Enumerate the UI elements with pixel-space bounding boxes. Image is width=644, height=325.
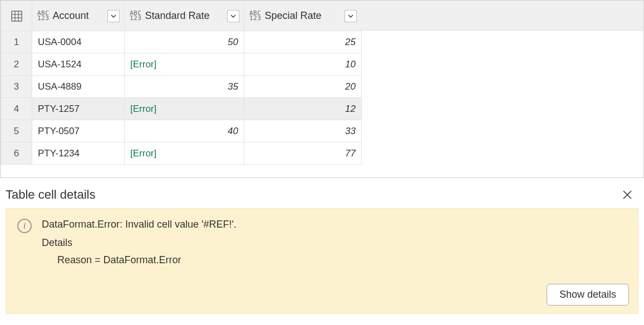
cell-standard-rate[interactable]: 50 <box>125 31 244 53</box>
select-all-corner[interactable] <box>1 1 32 31</box>
row-number[interactable]: 5 <box>1 120 32 142</box>
close-icon <box>622 190 632 200</box>
filter-button-standard-rate[interactable] <box>227 10 239 22</box>
table-row[interactable]: 6PTY-1234[Error]77 <box>1 142 362 165</box>
chevron-down-icon <box>230 13 236 19</box>
row-number[interactable]: 1 <box>1 31 32 53</box>
cell-special-rate[interactable]: 10 <box>244 53 362 76</box>
close-button[interactable] <box>620 187 635 203</box>
cell-special-rate[interactable]: 20 <box>244 76 362 98</box>
table-row[interactable]: 2USA-1524[Error]10 <box>1 53 362 76</box>
column-header-account[interactable]: ABC 123 Account <box>32 1 125 31</box>
cell-error[interactable]: [Error] <box>125 98 244 120</box>
table-icon <box>11 10 23 22</box>
column-label: Standard Rate <box>145 10 224 22</box>
cell-account[interactable]: USA-4889 <box>32 76 125 98</box>
cell-error[interactable]: [Error] <box>125 53 244 76</box>
datatype-any-icon: ABC 123 <box>249 11 262 21</box>
cell-special-rate[interactable]: 12 <box>244 98 362 120</box>
chevron-down-icon <box>111 13 116 19</box>
cell-details-panel: Table cell details i DataFormat.Error: I… <box>0 178 644 319</box>
details-reason: Reason = DataFormat.Error <box>42 254 237 266</box>
cell-account[interactable]: USA-0004 <box>32 31 125 53</box>
cell-account[interactable]: USA-1524 <box>32 53 125 76</box>
cell-account[interactable]: PTY-1257 <box>32 98 125 120</box>
cell-account[interactable]: PTY-0507 <box>32 120 125 142</box>
row-number[interactable]: 6 <box>1 142 32 165</box>
cell-standard-rate[interactable]: 40 <box>125 120 244 142</box>
column-header-standard-rate[interactable]: ABC 123 Standard Rate <box>125 1 244 31</box>
error-message: DataFormat.Error: Invalid cell value '#R… <box>42 219 237 230</box>
column-header-special-rate[interactable]: ABC 123 Special Rate <box>244 1 362 31</box>
table-row[interactable]: 3USA-48893520 <box>1 76 362 98</box>
svg-rect-0 <box>12 11 22 21</box>
cell-account[interactable]: PTY-1234 <box>32 142 125 165</box>
info-banner: i DataFormat.Error: Invalid cell value '… <box>6 208 638 314</box>
row-number[interactable]: 3 <box>1 76 32 98</box>
table-row[interactable]: 1USA-00045025 <box>1 31 362 53</box>
column-label: Account <box>52 10 105 22</box>
filter-button-special-rate[interactable] <box>345 10 357 22</box>
datatype-any-icon: ABC 123 <box>129 11 142 21</box>
cell-special-rate[interactable]: 25 <box>244 31 362 53</box>
table-row[interactable]: 5PTY-05074033 <box>1 120 362 142</box>
show-details-button[interactable]: Show details <box>547 284 629 306</box>
datatype-any-icon: ABC 123 <box>37 11 50 21</box>
header-filler <box>360 1 643 31</box>
cell-special-rate[interactable]: 77 <box>244 142 362 165</box>
column-label: Special Rate <box>264 10 342 22</box>
details-title: Table cell details <box>6 188 95 202</box>
data-grid: ABC 123 Account ABC <box>0 0 644 178</box>
row-number[interactable]: 4 <box>1 98 32 120</box>
info-icon: i <box>17 219 32 233</box>
filter-button-account[interactable] <box>107 10 120 22</box>
table-row[interactable]: 4PTY-1257[Error]12 <box>1 98 362 120</box>
chevron-down-icon <box>348 13 353 19</box>
cell-standard-rate[interactable]: 35 <box>125 76 244 98</box>
row-number[interactable]: 2 <box>1 53 32 76</box>
column-header-row: ABC 123 Account ABC <box>1 1 362 31</box>
details-label: Details <box>42 237 237 249</box>
cell-special-rate[interactable]: 33 <box>244 120 362 142</box>
cell-error[interactable]: [Error] <box>125 142 244 165</box>
